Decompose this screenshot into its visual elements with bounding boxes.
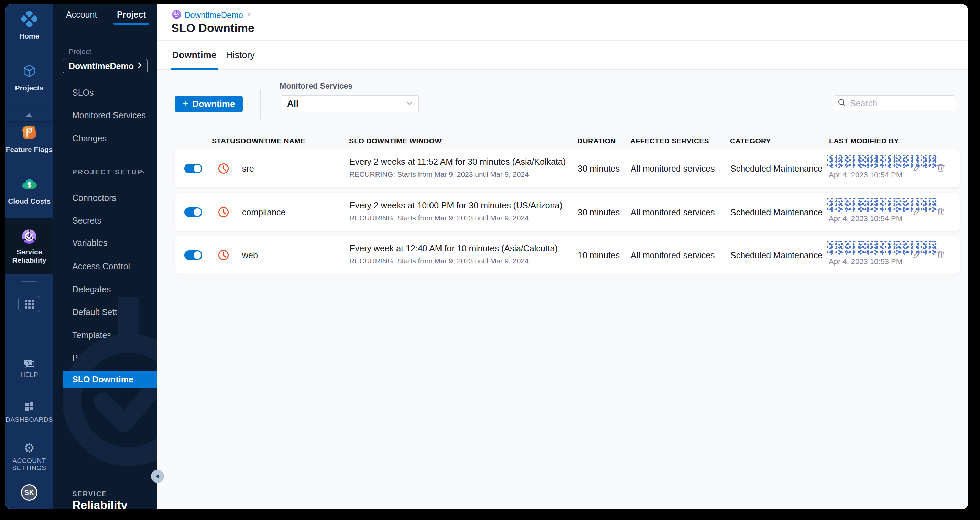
chevron-right-icon: [136, 61, 143, 71]
nav-projects[interactable]: [5, 64, 53, 80]
table-row[interactable]: sre Every 2 weeks at 11:52 AM for 30 min…: [175, 149, 960, 188]
feature-flags-icon: [21, 136, 38, 142]
sidebar-item-policies[interactable]: Policies: [72, 353, 102, 363]
tab-account[interactable]: Account: [66, 9, 97, 20]
module-switcher-button[interactable]: [18, 296, 40, 312]
project-sidebar: Account Project Project DowntimeDemo SLO…: [53, 5, 157, 509]
sidebar-item-slo-downtime[interactable]: SLO Downtime: [63, 371, 157, 388]
content-area: + Downtime Monitored Services All STATUS…: [157, 70, 968, 509]
downtime-recurring: RECURRING: Starts from Mar 9, 2023 until…: [349, 214, 529, 222]
downtime-name[interactable]: web: [242, 250, 258, 260]
duration: 30 minutes: [578, 207, 620, 217]
table-row[interactable]: compliance Every 2 weeks at 10:00 PM for…: [175, 192, 960, 231]
plus-icon: +: [183, 98, 189, 110]
nav-feature-flags[interactable]: [5, 124, 53, 142]
nav-projects-label: Projects: [5, 84, 53, 92]
duration: 10 minutes: [578, 250, 620, 260]
nav-help[interactable]: ?: [5, 359, 53, 371]
toggle-knob: [194, 165, 201, 172]
toggle-knob: [194, 251, 201, 259]
status-toggle[interactable]: [184, 207, 202, 217]
add-downtime-button[interactable]: + Downtime: [175, 95, 243, 113]
brand-reliability: Reliability: [72, 498, 127, 509]
recurring-clock-icon: [217, 162, 230, 175]
nav-dashboards[interactable]: [5, 401, 53, 413]
nav-service-reliability[interactable]: [5, 228, 53, 246]
sidebar-collapse-button[interactable]: [151, 470, 164, 483]
table-row[interactable]: web Every week at 12:40 AM for 10 minute…: [175, 235, 960, 274]
arrow-left-icon: [155, 473, 160, 479]
search-icon: [837, 98, 846, 109]
modnav-divider: [22, 281, 37, 282]
project-avatar-icon: [172, 10, 181, 20]
edit-button[interactable]: [912, 250, 921, 259]
sidebar-item-access-control[interactable]: Access Control: [72, 261, 130, 271]
gear-icon: ⚙: [24, 441, 35, 455]
search-input[interactable]: [850, 99, 961, 108]
nav-feature-flags-label: Feature Flags: [5, 145, 53, 154]
brand-service: SERVICE: [72, 490, 107, 498]
edit-button[interactable]: [912, 163, 921, 173]
delete-button[interactable]: [936, 163, 946, 173]
project-selector[interactable]: DowntimeDemo: [63, 59, 148, 73]
tab-project[interactable]: Project: [117, 9, 146, 20]
category: Scheduled Maintenance: [730, 207, 822, 217]
chevron-down-icon: [406, 99, 414, 109]
downtime-window: Every 2 weeks at 10:00 PM for 30 minutes…: [349, 200, 563, 210]
triangle-up-icon: [25, 112, 33, 119]
sidebar-item-label: SLO Downtime: [72, 375, 134, 385]
duration: 30 minutes: [578, 164, 620, 174]
table-header: STATUS DOWNTIME NAME SLO DOWNTIME WINDOW…: [175, 137, 960, 146]
sidebar-item-variables[interactable]: Variables: [72, 238, 107, 248]
nav-account-settings[interactable]: ⚙: [5, 442, 53, 454]
recurring-clock-icon: [217, 206, 230, 218]
screenshot-stage: Home Projects Feature Flags $ Cloud Cost…: [0, 0, 980, 520]
tab-history[interactable]: History: [223, 41, 258, 70]
edit-button[interactable]: [912, 207, 921, 216]
sidebar-item-default-settings[interactable]: Default Settings: [72, 307, 133, 317]
avatar-initials: SK: [24, 489, 34, 497]
delete-button[interactable]: [936, 250, 946, 259]
sidebar-item-monitored-services[interactable]: Monitored Services: [72, 110, 146, 120]
sidebar-item-changes[interactable]: Changes: [72, 134, 107, 143]
chevron-up-icon[interactable]: [138, 169, 145, 176]
downtime-window: Every 2 weeks at 11:52 AM for 30 minutes…: [349, 157, 566, 167]
delete-button[interactable]: [936, 207, 946, 216]
col-category: CATEGORY: [730, 137, 771, 145]
status-toggle[interactable]: [184, 250, 202, 260]
page-header: DowntimeDemo SLO Downtime: [157, 5, 968, 41]
downtime-window: Every week at 12:40 AM for 10 minutes (A…: [349, 243, 558, 253]
dropdown-value: All: [287, 99, 299, 109]
nav-cloud-costs[interactable]: $: [5, 176, 53, 195]
downtime-name[interactable]: compliance: [242, 207, 285, 217]
modified-timestamp: Apr 4, 2023 10:54 PM: [829, 170, 902, 180]
cloud-dollar-icon: $: [20, 189, 38, 195]
nav-home[interactable]: [5, 11, 53, 28]
modules-collapse-strip[interactable]: [5, 110, 53, 121]
project-setup-heading[interactable]: PROJECT SETUP: [72, 168, 143, 176]
user-avatar[interactable]: SK: [21, 484, 38, 501]
sidebar-item-templates[interactable]: Templates: [72, 330, 111, 340]
monitored-services-label: Monitored Services: [280, 81, 352, 91]
main-area: DowntimeDemo SLO Downtime Downtime Histo…: [157, 5, 968, 509]
sidebar-item-delegates[interactable]: Delegates: [72, 285, 111, 294]
grid-icon: [25, 299, 34, 309]
affected-services: All monitored services: [631, 250, 715, 260]
downtime-name[interactable]: sre: [242, 164, 254, 174]
col-duration: DURATION: [578, 137, 616, 145]
sidebar-item-slos[interactable]: SLOs: [72, 88, 94, 98]
monitored-services-dropdown[interactable]: All: [281, 95, 419, 112]
tab-downtime[interactable]: Downtime: [170, 41, 218, 70]
breadcrumb-project-link[interactable]: DowntimeDemo: [184, 10, 243, 20]
sidebar-item-connectors[interactable]: Connectors: [72, 193, 116, 203]
nav-service-reliability-label: Service Reliability: [5, 248, 53, 264]
toolbar-divider: [260, 90, 261, 119]
help-chat-icon: ?: [23, 365, 35, 371]
svg-text:?: ?: [27, 360, 29, 365]
search-box: [833, 95, 956, 111]
toggle-knob: [194, 208, 201, 216]
status-toggle[interactable]: [184, 164, 202, 173]
downtime-recurring: RECURRING: Starts from Mar 9, 2023 until…: [349, 170, 529, 178]
sidebar-item-secrets[interactable]: Secrets: [72, 216, 102, 226]
page-tabs: Downtime History: [157, 41, 968, 70]
